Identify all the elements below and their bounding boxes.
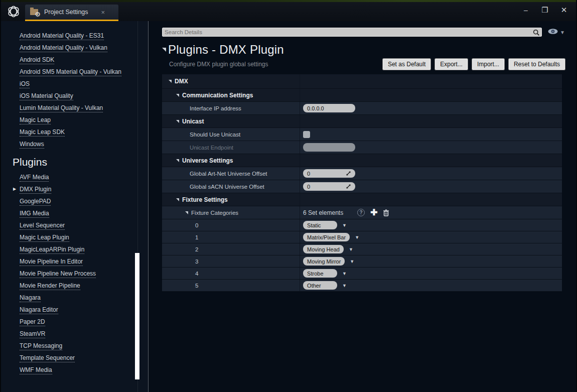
- expand-arrow-icon[interactable]: [176, 159, 179, 162]
- fixture-category-2-combo[interactable]: Moving Head: [303, 245, 344, 253]
- dropdown-arrow-icon[interactable]: ▼: [350, 259, 354, 264]
- page-title-row: Plugins - DMX Plugin: [162, 43, 565, 57]
- tab-close-icon[interactable]: ×: [101, 9, 105, 16]
- maximize-button[interactable]: ❒: [541, 5, 549, 15]
- dropdown-arrow-icon[interactable]: ▼: [355, 235, 359, 240]
- sidebar-item-niagara-editor[interactable]: Niagara Editor: [20, 304, 58, 316]
- view-options[interactable]: ▼: [547, 28, 565, 37]
- row-value-cell: Static▼: [300, 219, 562, 231]
- should-use-unicast-checkbox[interactable]: [303, 131, 310, 138]
- sidebar-item-wmf-media[interactable]: WMF Media: [20, 364, 52, 376]
- sidebar-item-template-sequencer[interactable]: Template Sequencer: [20, 352, 75, 364]
- collapse-arrow-icon[interactable]: [162, 48, 166, 52]
- settings-row-universe-settings: Universe Settings: [162, 154, 562, 167]
- fixture-category-1-combo[interactable]: Matrix/Pixel Bar: [303, 233, 350, 241]
- expand-arrow-icon[interactable]: [185, 211, 188, 214]
- sidebar-item-magic-leap-sdk[interactable]: Magic Leap SDK: [20, 126, 65, 138]
- sidebar-item-ios-material-quality[interactable]: iOS Material Quality: [20, 90, 73, 102]
- fixture-category-3-combo[interactable]: Moving Mirror: [303, 257, 345, 266]
- row-name-cell: 0: [162, 222, 300, 228]
- sidebar-item-dmx-plugin[interactable]: ▶DMX Plugin: [20, 183, 51, 195]
- sidebar-item-android-sm5-material-quality-vulkan[interactable]: Android SM5 Material Quality - Vulkan: [20, 66, 121, 78]
- dropdown-arrow-icon[interactable]: ▼: [349, 247, 353, 252]
- delete-elements-icon[interactable]: [383, 209, 389, 216]
- row-name-cell: Communication Settings: [162, 92, 300, 99]
- sidebar-item-tcp-messaging[interactable]: TCP Messaging: [20, 340, 62, 352]
- spinbox-drag-icon[interactable]: [346, 184, 351, 189]
- array-item-index: 0: [195, 222, 198, 228]
- tab-label: Project Settings: [44, 9, 88, 16]
- reset-to-defaults-button[interactable]: Reset to Defaults: [509, 59, 565, 70]
- sidebar-item-avf-media[interactable]: AVF Media: [20, 171, 49, 183]
- expand-arrow-icon[interactable]: [176, 120, 179, 123]
- dropdown-arrow-icon[interactable]: ▼: [342, 271, 347, 276]
- sidebar-item-steamvr[interactable]: SteamVR: [20, 328, 45, 340]
- sidebar-item-movie-pipeline-in-editor[interactable]: Movie Pipeline In Editor: [20, 255, 83, 268]
- sidebar-scrollbar-thumb[interactable]: [135, 253, 139, 379]
- minimize-button[interactable]: –: [522, 5, 530, 15]
- fixture-category-0-combo[interactable]: Static: [303, 221, 337, 229]
- sidebar-item-label: Magic Leap: [20, 116, 51, 124]
- expand-arrow-icon[interactable]: [176, 94, 179, 97]
- sidebar-item-level-sequencer[interactable]: Level Sequencer: [20, 219, 65, 231]
- sidebar-item-label: Movie Pipeline New Process: [20, 270, 96, 278]
- sidebar-item-niagara[interactable]: Niagara: [20, 292, 41, 304]
- expand-arrow-icon[interactable]: [169, 80, 172, 83]
- field-value: 0.0.0.0: [307, 105, 324, 111]
- row-name-cell: Unicast: [162, 118, 300, 125]
- array-property-label: Fixture Categories: [191, 210, 238, 216]
- row-value-cell: Matrix/Pixel Bar▼: [300, 231, 562, 243]
- add-element-icon[interactable]: ✚: [370, 209, 377, 216]
- row-value-cell: 6 Set elements?✚: [300, 206, 562, 219]
- close-button[interactable]: ✕: [560, 5, 568, 15]
- settings-row-0: 0Static▼: [162, 219, 562, 231]
- sidebar-item-ios[interactable]: iOS: [20, 78, 30, 90]
- sidebar-item-movie-render-pipeline[interactable]: Movie Render Pipeline: [20, 280, 80, 292]
- sidebar-item-windows[interactable]: Windows: [20, 138, 44, 150]
- interface-ip-address-field[interactable]: 0.0.0.0: [303, 104, 355, 112]
- row-name-cell: Should Use Unicast: [162, 132, 300, 138]
- sidebar-item-android-material-quality-es31[interactable]: Android Material Quality - ES31: [20, 30, 104, 42]
- sidebar-item-movie-pipeline-new-process[interactable]: Movie Pipeline New Process: [20, 268, 96, 280]
- window-controls: – ❒ ✕: [522, 5, 568, 15]
- row-name-cell: 1: [162, 234, 300, 240]
- array-item-index: 2: [195, 246, 198, 252]
- sidebar-item-android-sdk[interactable]: Android SDK: [20, 54, 54, 66]
- sidebar-platform-list: Android Material Quality - ES31Android M…: [1, 21, 148, 150]
- tab-project-settings[interactable]: ⚙ Project Settings ×: [25, 5, 118, 21]
- details-panel: ▼ Plugins - DMX Plugin Configure DMX plu…: [149, 21, 576, 392]
- search-input[interactable]: [163, 28, 541, 36]
- sidebar-item-paper-2d[interactable]: Paper 2D: [20, 316, 45, 328]
- category-label: Universe Settings: [182, 157, 233, 164]
- sidebar-section-plugins: Plugins: [13, 156, 148, 168]
- sidebar-plugin-list: AVF Media▶DMX PluginGooglePADIMG MediaLe…: [1, 171, 148, 376]
- sidebar-item-img-media[interactable]: IMG Media: [20, 207, 49, 219]
- sidebar-item-label: GooglePAD: [20, 198, 51, 206]
- fixture-category-5-combo[interactable]: Other: [303, 281, 337, 290]
- fixture-category-4-combo[interactable]: Strobe: [303, 269, 337, 278]
- sidebar-item-lumin-material-quality-vulkan[interactable]: Lumin Material Quality - Vulkan: [20, 102, 103, 114]
- sidebar-item-android-material-quality-vulkan[interactable]: Android Material Quality - Vulkan: [20, 42, 107, 54]
- global-sacn-universe-offset-spinbox[interactable]: 0: [303, 182, 355, 191]
- expand-arrow-icon[interactable]: [176, 198, 179, 201]
- set-as-default-button[interactable]: Set as Default: [383, 59, 430, 70]
- import-button[interactable]: Import...: [472, 59, 504, 70]
- combo-value: Moving Mirror: [307, 258, 341, 265]
- help-icon[interactable]: ?: [357, 209, 365, 216]
- sidebar-item-magic-leap-plugin[interactable]: Magic Leap Plugin: [20, 231, 69, 243]
- dropdown-arrow-icon[interactable]: ▼: [342, 223, 347, 228]
- settings-row-4: 4Strobe▼: [162, 268, 562, 280]
- tab-bar: ⚙ Project Settings ×: [25, 2, 118, 21]
- unreal-engine-logo-icon: [5, 3, 22, 20]
- sidebar-item-label: Windows: [20, 141, 44, 149]
- eye-icon: [547, 28, 558, 37]
- global-art-net-universe-offset-spinbox[interactable]: 0: [303, 169, 355, 178]
- sidebar-item-magicleaparpin-plugin[interactable]: MagicLeapARPin Plugin: [20, 243, 84, 255]
- array-elements-summary: 6 Set elements: [303, 209, 343, 216]
- spinbox-drag-icon[interactable]: [346, 171, 351, 176]
- sidebar-item-magic-leap[interactable]: Magic Leap: [20, 114, 51, 126]
- export-button[interactable]: Export...: [435, 59, 468, 70]
- settings-row-2: 2Moving Head▼: [162, 243, 562, 255]
- sidebar-item-googlepad[interactable]: GooglePAD: [20, 195, 51, 207]
- dropdown-arrow-icon[interactable]: ▼: [342, 283, 347, 288]
